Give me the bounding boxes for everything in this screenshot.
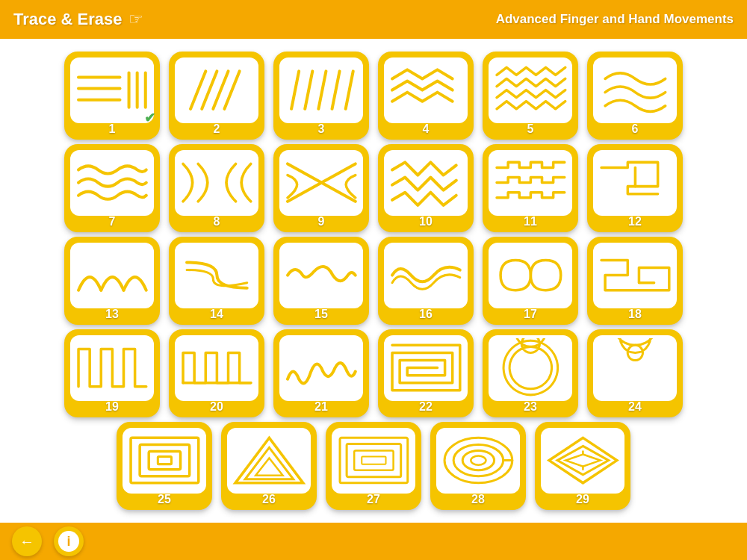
app-header: Trace & Erase ☞ Advanced Finger and Hand…: [0, 0, 747, 39]
tile-14-num: 14: [210, 308, 223, 320]
tile-22-num: 22: [419, 401, 433, 413]
tile-23-num: 23: [524, 401, 537, 413]
tile-2[interactable]: 2: [169, 52, 264, 140]
tile-2-num: 2: [214, 123, 220, 135]
tile-10[interactable]: 10: [378, 144, 474, 232]
tile-7-num: 7: [109, 216, 116, 228]
tile-11[interactable]: 11: [483, 144, 578, 232]
tile-22[interactable]: 22: [378, 329, 474, 417]
tile-17-image: [489, 243, 572, 308]
tile-24-image: [593, 335, 677, 401]
tile-row-5: 25 26 27: [117, 422, 630, 510]
tile-27-image: [332, 428, 415, 494]
tile-29[interactable]: 29: [535, 422, 630, 510]
hand-icon: ☞: [128, 10, 143, 29]
tile-29-image: [541, 428, 624, 494]
tile-20-num: 20: [210, 401, 223, 413]
tile-5[interactable]: 5: [483, 52, 578, 140]
tile-20[interactable]: 20: [169, 329, 264, 417]
tile-10-num: 10: [419, 216, 433, 228]
tile-12-image: [593, 150, 677, 216]
tile-3-num: 3: [318, 123, 325, 135]
back-button[interactable]: ←: [12, 526, 42, 556]
tile-23[interactable]: 23: [483, 329, 578, 417]
tile-25[interactable]: 25: [117, 422, 212, 510]
svg-rect-25: [354, 451, 393, 470]
tile-15-image: [279, 243, 363, 308]
svg-line-13: [332, 72, 339, 109]
tile-13-num: 13: [105, 308, 119, 320]
tile-21-num: 21: [314, 401, 328, 413]
tile-19[interactable]: 19: [64, 329, 160, 417]
svg-rect-19: [158, 457, 171, 464]
svg-line-14: [345, 72, 353, 109]
tile-28[interactable]: 28: [430, 422, 526, 510]
tile-25-num: 25: [158, 494, 171, 505]
tile-18[interactable]: 18: [587, 237, 683, 325]
tile-8[interactable]: 8: [169, 144, 264, 232]
info-icon: i: [58, 531, 79, 552]
tile-13-image: [70, 243, 154, 308]
svg-line-10: [291, 72, 299, 109]
svg-point-28: [453, 445, 503, 476]
svg-rect-26: [362, 457, 385, 464]
tile-row-4: 19 20 21: [64, 329, 683, 417]
tile-11-image: [489, 150, 572, 216]
svg-marker-34: [565, 455, 600, 467]
tile-16-image: [384, 243, 468, 308]
tile-row-3: 13 14 15: [64, 237, 683, 325]
tile-26-num: 26: [262, 494, 276, 505]
tile-17[interactable]: 17: [483, 237, 578, 325]
tile-12-num: 12: [628, 216, 642, 228]
app-title: Trace & Erase: [13, 10, 123, 29]
tile-6-image: [593, 57, 677, 123]
tile-19-image: [70, 335, 154, 401]
info-button[interactable]: i: [54, 526, 84, 556]
tile-19-num: 19: [105, 401, 119, 413]
tile-9-image: [279, 150, 363, 216]
tile-row-2: 7 8: [64, 144, 683, 232]
tile-16[interactable]: 16: [378, 237, 474, 325]
tile-10-image: [384, 150, 468, 216]
header-left: Trace & Erase ☞: [13, 10, 143, 29]
tile-29-num: 29: [576, 494, 589, 505]
svg-point-29: [462, 451, 494, 470]
header-subtitle: Advanced Finger and Hand Movements: [496, 12, 734, 27]
tile-1[interactable]: ✔ 1: [64, 52, 160, 140]
tile-7[interactable]: 7: [64, 144, 160, 232]
tile-14[interactable]: 14: [169, 237, 264, 325]
tile-22-image: [384, 335, 468, 401]
tile-23-image: [489, 335, 572, 401]
main-content: ✔ 1 2: [0, 39, 747, 523]
tile-12[interactable]: 12: [587, 144, 683, 232]
svg-rect-18: [149, 452, 180, 470]
tile-28-image: [436, 428, 520, 494]
tile-4-num: 4: [423, 123, 430, 135]
tile-4[interactable]: 4: [378, 52, 474, 140]
tile-6[interactable]: 6: [587, 52, 683, 140]
tile-15-num: 15: [314, 308, 328, 320]
tile-27[interactable]: 27: [326, 422, 421, 510]
tile-24-num: 24: [628, 401, 642, 413]
tile-9[interactable]: 9: [273, 144, 369, 232]
tile-21-image: [279, 335, 363, 401]
tile-26[interactable]: 26: [221, 422, 317, 510]
tile-14-image: [175, 243, 258, 308]
tile-5-num: 5: [527, 123, 534, 135]
tile-24[interactable]: 24: [587, 329, 683, 417]
tile-27-num: 27: [367, 494, 380, 505]
tile-17-num: 17: [524, 308, 537, 320]
tile-3[interactable]: 3: [273, 52, 369, 140]
svg-rect-17: [140, 445, 190, 476]
svg-point-30: [471, 456, 486, 465]
tile-2-image: [175, 57, 258, 123]
tile-3-image: [279, 57, 363, 123]
tile-18-image: [593, 243, 677, 308]
tile-15[interactable]: 15: [273, 237, 369, 325]
svg-line-12: [318, 72, 326, 109]
tile-21[interactable]: 21: [273, 329, 369, 417]
tile-1-num: 1: [109, 123, 116, 135]
tile-13[interactable]: 13: [64, 237, 160, 325]
tile-28-num: 28: [471, 494, 485, 505]
tile-8-num: 8: [214, 216, 220, 228]
